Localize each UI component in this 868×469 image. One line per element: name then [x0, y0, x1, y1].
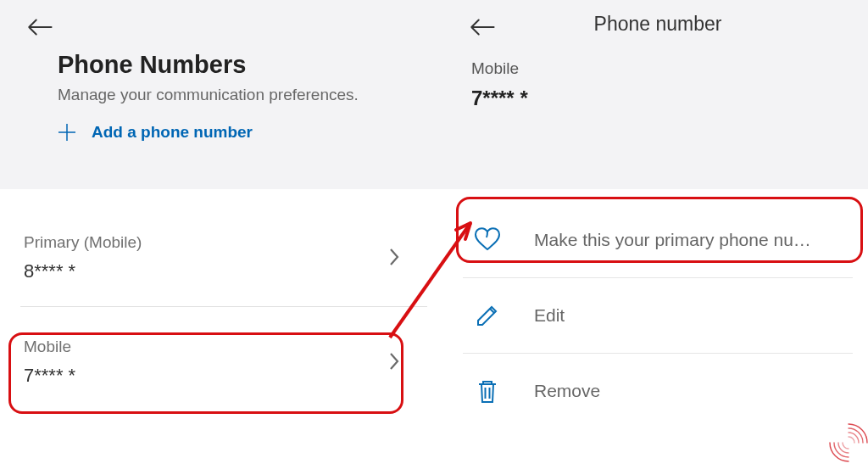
detail-label: Mobile: [471, 59, 868, 78]
page-title: Phone Numbers: [58, 51, 448, 79]
left-header: Phone Numbers Manage your communication …: [0, 0, 448, 189]
back-arrow-icon: [25, 15, 54, 42]
edit-button[interactable]: Edit: [448, 278, 868, 353]
phone-row-value: 7**** *: [24, 365, 419, 387]
row-divider: [20, 306, 427, 307]
phone-row-primary[interactable]: Primary (Mobile) 8**** *: [0, 220, 448, 298]
right-header: Phone number Mobile 7**** *: [448, 0, 868, 189]
back-button-left[interactable]: [0, 0, 448, 47]
watermark-logo-icon: [826, 420, 868, 466]
add-phone-number-button[interactable]: Add a phone number: [58, 123, 448, 142]
header-text-block: Phone Numbers Manage your communication …: [0, 47, 448, 142]
make-primary-label: Make this your primary phone nu…: [534, 230, 848, 250]
phone-row-label: Primary (Mobile): [24, 233, 419, 252]
detail-block: Mobile 7**** *: [448, 47, 868, 201]
edit-label: Edit: [534, 305, 848, 326]
phone-row-value: 8**** *: [24, 260, 419, 282]
back-button-right[interactable]: [448, 0, 497, 47]
add-phone-number-label: Add a phone number: [92, 123, 253, 142]
phone-numbers-screen: Phone Numbers Manage your communication …: [0, 0, 448, 469]
phone-detail-screen: Phone number Mobile 7**** * Make this yo…: [448, 0, 868, 469]
chevron-right-icon: [388, 351, 400, 375]
phone-row-label: Mobile: [24, 338, 419, 356]
phone-row-mobile[interactable]: Mobile 7**** *: [0, 324, 448, 402]
trash-icon: [473, 377, 502, 405]
detail-value: 7**** *: [471, 87, 868, 110]
chevron-right-icon: [388, 247, 400, 271]
detail-page-title: Phone number: [448, 0, 868, 47]
remove-label: Remove: [534, 381, 848, 401]
plus-icon: [58, 123, 76, 142]
back-arrow-icon: [468, 15, 497, 42]
heart-icon: [473, 226, 502, 254]
pencil-icon: [473, 301, 502, 330]
remove-button[interactable]: Remove: [448, 354, 868, 428]
page-subtitle: Manage your communication preferences.: [58, 86, 448, 104]
make-primary-button[interactable]: Make this your primary phone nu…: [448, 203, 868, 277]
